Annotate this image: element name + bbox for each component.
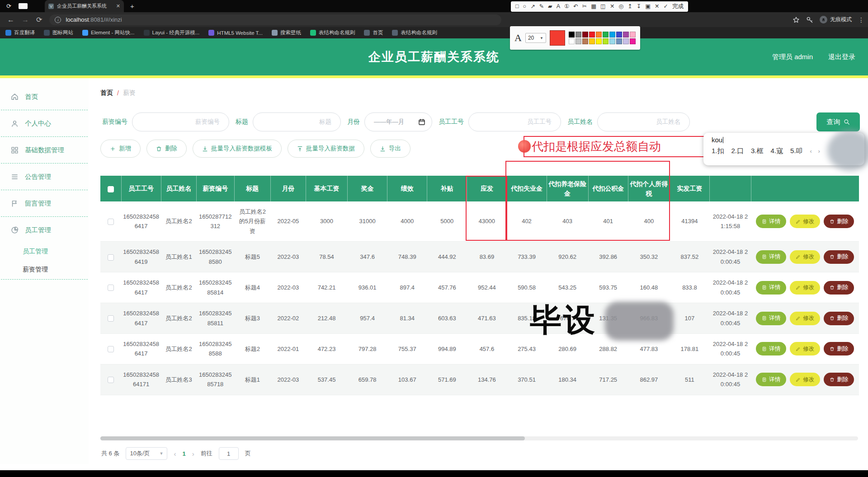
pen-icon[interactable]: ✎ xyxy=(539,4,544,9)
palette-swatch[interactable] xyxy=(596,32,602,37)
goto-page-input[interactable]: 1 xyxy=(219,447,239,460)
check-icon[interactable]: ✓ xyxy=(664,4,668,9)
row-action-详情[interactable]: 详情 xyxy=(756,312,786,325)
record-icon[interactable]: ◎ xyxy=(618,4,623,9)
browser-tab[interactable]: V 企业员工薪酬关系系统 ✕ xyxy=(45,0,124,12)
filter-input-员工工号[interactable]: 员工工号 xyxy=(468,112,561,131)
step-number-icon[interactable]: ① xyxy=(564,4,569,9)
menu-kebab-icon[interactable]: ⋮ xyxy=(858,16,864,23)
tab-close-icon[interactable]: ✕ xyxy=(116,3,120,9)
pin-icon[interactable]: ↥ xyxy=(627,4,632,9)
sidebar-item-公告管理[interactable]: 公告管理 xyxy=(0,168,89,186)
key-icon[interactable] xyxy=(806,16,813,23)
row-checkbox[interactable] xyxy=(108,285,114,291)
breadcrumb-home[interactable]: 首页 xyxy=(100,89,113,97)
row-action-详情[interactable]: 详情 xyxy=(756,215,786,228)
current-page[interactable]: 1 xyxy=(182,450,185,457)
toolbar-button-批量导入薪资数据模板[interactable]: 批量导入薪资数据模板 xyxy=(193,140,282,158)
bookmark-item[interactable]: 表结构命名规则 xyxy=(310,29,355,36)
font-size-select[interactable]: 20▼ xyxy=(525,33,546,43)
filter-input-月份[interactable]: ——年—月 xyxy=(364,112,432,131)
row-action-修改[interactable]: 修改 xyxy=(790,281,820,295)
palette-swatch[interactable] xyxy=(623,38,629,44)
row-action-修改[interactable]: 修改 xyxy=(790,250,820,264)
palette-swatch[interactable] xyxy=(576,38,581,44)
back-icon[interactable]: ← xyxy=(7,16,14,24)
forward-icon[interactable]: → xyxy=(22,16,29,24)
ime-candidate[interactable]: 4.寇 xyxy=(771,147,783,155)
undo-icon[interactable]: ↶ xyxy=(573,4,578,9)
palette-swatch[interactable] xyxy=(609,32,615,37)
filter-input-标题[interactable]: 标题 xyxy=(253,112,341,131)
bookmark-item[interactable]: 搜索壁纸 xyxy=(272,29,301,36)
bookmark-item[interactable]: Layui - 经典开源模... xyxy=(144,29,200,36)
select-all-checkbox[interactable] xyxy=(108,186,114,192)
palette-swatch[interactable] xyxy=(623,32,629,37)
highlighter-icon[interactable]: ▰ xyxy=(548,4,552,9)
toolbar-button-新增[interactable]: 新增 xyxy=(100,140,141,158)
palette-swatch[interactable] xyxy=(603,32,609,37)
palette-swatch[interactable] xyxy=(603,38,609,44)
bookmark-item[interactable]: 表结构命名规则 xyxy=(392,29,437,36)
row-action-删除[interactable]: 删除 xyxy=(824,373,854,386)
row-action-修改[interactable]: 修改 xyxy=(790,373,820,386)
toolbar-button-导出[interactable]: 导出 xyxy=(370,140,410,158)
sidebar-item-首页[interactable]: 首页 xyxy=(0,88,89,106)
ime-candidate[interactable]: 5.叩 xyxy=(790,147,803,155)
row-action-详情[interactable]: 详情 xyxy=(756,250,786,264)
search-button[interactable]: 查询 xyxy=(816,112,860,131)
bookmark-item[interactable]: 首页 xyxy=(364,29,383,36)
address-bar[interactable]: i localhost:8081/#/xinzi xyxy=(49,14,501,25)
window-icon[interactable] xyxy=(19,3,28,9)
selected-color-swatch[interactable] xyxy=(550,30,565,46)
ime-candidate[interactable]: 3.框 xyxy=(751,147,764,155)
row-checkbox[interactable] xyxy=(108,254,114,261)
text-icon[interactable]: A xyxy=(557,4,560,9)
palette-swatch[interactable] xyxy=(616,38,622,44)
sidebar-item-基础数据管理[interactable]: 基础数据管理 xyxy=(0,141,89,159)
sidebar-item-个人中心[interactable]: 个人中心 xyxy=(0,114,89,132)
row-checkbox[interactable] xyxy=(108,346,114,352)
bookmark-item[interactable]: 百度翻译 xyxy=(5,29,35,36)
bookmark-item[interactable]: HTML5 Website T... xyxy=(208,30,263,36)
row-checkbox[interactable] xyxy=(108,315,114,322)
row-action-详情[interactable]: 详情 xyxy=(756,281,786,295)
row-action-删除[interactable]: 删除 xyxy=(824,312,854,325)
reload-icon[interactable]: ⟳ xyxy=(36,15,42,24)
sidebar-item-留言管理[interactable]: 留言管理 xyxy=(0,194,89,212)
row-action-删除[interactable]: 删除 xyxy=(824,250,854,264)
cancel-icon[interactable]: ✕ xyxy=(655,4,659,9)
horizontal-scrollbar[interactable] xyxy=(100,436,858,440)
row-action-详情[interactable]: 详情 xyxy=(756,373,786,386)
row-action-修改[interactable]: 修改 xyxy=(790,342,820,355)
palette-swatch[interactable] xyxy=(609,38,615,44)
row-action-删除[interactable]: 删除 xyxy=(824,342,854,355)
sidebar-subitem-薪资管理[interactable]: 薪资管理 xyxy=(0,261,89,278)
palette-swatch[interactable] xyxy=(589,32,595,37)
palette-swatch[interactable] xyxy=(589,38,595,44)
palette-swatch[interactable] xyxy=(569,38,575,44)
row-action-修改[interactable]: 修改 xyxy=(790,312,820,325)
sidebar-subitem-员工管理[interactable]: 员工管理 xyxy=(0,243,89,260)
prev-page-icon[interactable]: ‹ xyxy=(174,450,176,458)
scrollbar-thumb[interactable] xyxy=(100,436,525,440)
palette-swatch[interactable] xyxy=(569,32,575,37)
page-size-select[interactable]: 10条/页▼ xyxy=(126,447,167,460)
palette-swatch[interactable] xyxy=(630,32,636,37)
ellipse-icon[interactable]: ○ xyxy=(523,4,527,9)
toolbar-button-删除[interactable]: 删除 xyxy=(146,140,187,158)
row-checkbox[interactable] xyxy=(108,219,114,225)
toolbar-button-批量导入薪资数据[interactable]: 批量导入薪资数据 xyxy=(288,140,364,158)
palette-swatch[interactable] xyxy=(596,38,602,44)
row-action-详情[interactable]: 详情 xyxy=(756,342,786,355)
bookmark-star-icon[interactable] xyxy=(793,16,800,23)
bookmark-item[interactable]: 图标网站 xyxy=(44,29,73,36)
ime-candidate[interactable]: 2.口 xyxy=(731,147,744,155)
new-tab-button[interactable]: + xyxy=(130,2,134,10)
palette-swatch[interactable] xyxy=(616,32,622,37)
eraser-icon[interactable]: ◫ xyxy=(600,4,606,9)
logout-link[interactable]: 退出登录 xyxy=(828,53,855,61)
close-icon[interactable]: ✕ xyxy=(610,4,614,9)
rect-icon[interactable]: □ xyxy=(515,4,519,9)
filter-input-薪资编号[interactable]: 薪资编号 xyxy=(132,112,229,131)
